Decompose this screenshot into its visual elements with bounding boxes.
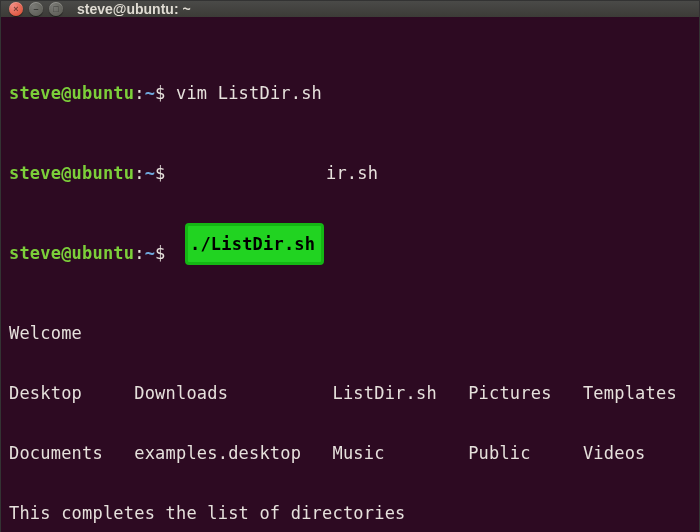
output-line: Welcome [9, 323, 691, 343]
output-columns: Desktop Downloads ListDir.sh Pictures Te… [9, 383, 691, 403]
prompt-sep: : [134, 163, 144, 183]
window-title: steve@ubuntu: ~ [77, 1, 191, 17]
terminal-body[interactable]: steve@ubuntu:~$ vim ListDir.sh steve@ubu… [1, 17, 699, 532]
maximize-icon[interactable]: □ [49, 2, 63, 16]
prompt-path: ~ [145, 163, 155, 183]
minimize-icon[interactable]: – [29, 2, 43, 16]
prompt-user: steve@ubuntu [9, 243, 134, 263]
output-columns: Documents examples.desktop Music Public … [9, 443, 691, 463]
terminal-window: × – □ steve@ubuntu: ~ steve@ubuntu:~$ vi… [0, 0, 700, 532]
close-icon[interactable]: × [9, 2, 23, 16]
prompt-sep: : [134, 83, 144, 103]
prompt-dollar: $ [155, 163, 176, 183]
prompt-path: ~ [145, 243, 155, 263]
titlebar: × – □ steve@ubuntu: ~ [1, 1, 699, 17]
prompt-sep: : [134, 243, 144, 263]
window-controls: × – □ [9, 2, 63, 16]
prompt-dollar: $ [155, 243, 176, 263]
prompt-user: steve@ubuntu [9, 163, 134, 183]
highlighted-command: ./ListDir.sh [185, 223, 324, 265]
terminal-line: steve@ubuntu:~$ vim ListDir.sh [9, 83, 691, 103]
prompt-path: ~ [145, 83, 155, 103]
command-tail: ir.sh [326, 163, 378, 183]
prompt-dollar: $ [155, 83, 176, 103]
prompt-user: steve@ubuntu [9, 83, 134, 103]
terminal-line: steve@ubuntu:~$ ./ListDir.sh [9, 243, 691, 263]
terminal-line: steve@ubuntu:~$ ir.sh [9, 163, 691, 183]
output-line: This completes the list of directories [9, 503, 691, 523]
command-text: vim ListDir.sh [176, 83, 322, 103]
